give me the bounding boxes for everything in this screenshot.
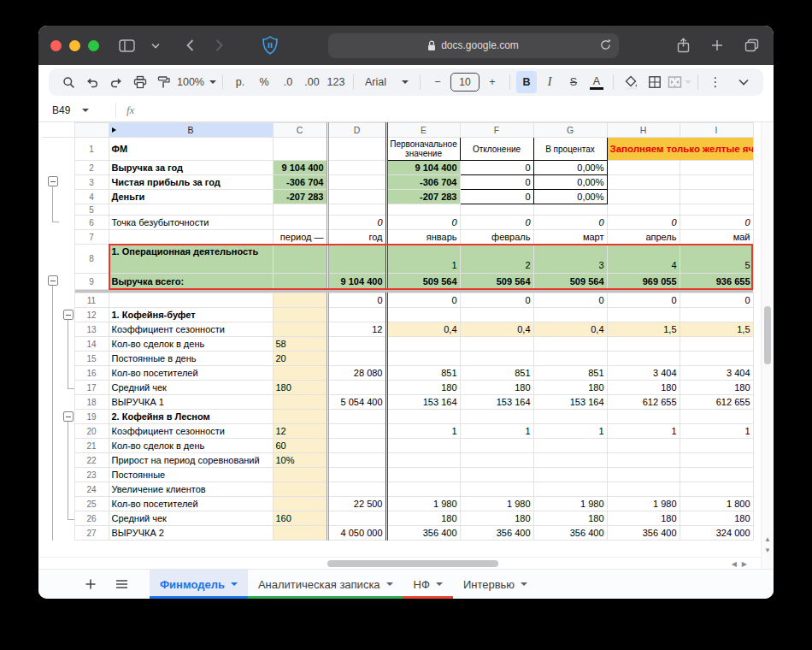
cell-D18[interactable]: 5 054 400 xyxy=(327,395,386,410)
cell-H21[interactable] xyxy=(607,439,680,453)
cell-F20[interactable]: 1 xyxy=(460,424,533,439)
cell-G20[interactable]: 1 xyxy=(533,424,607,439)
cell-B19[interactable]: 2. Кофейня в Лесном xyxy=(109,410,273,424)
cell-E1[interactable]: Первоначальное значение xyxy=(386,138,460,161)
row-header-19[interactable]: 19 xyxy=(74,410,109,424)
row-header-16[interactable]: 16 xyxy=(74,366,109,381)
cell-D16[interactable]: 28 080 xyxy=(327,366,386,381)
cell-F2[interactable]: 0 xyxy=(460,161,533,175)
cell-C13[interactable] xyxy=(273,322,327,337)
cell-G23[interactable] xyxy=(533,468,607,482)
cell-D21[interactable] xyxy=(327,439,386,453)
column-header-F[interactable]: F xyxy=(460,123,533,138)
cell-E25[interactable]: 1 980 xyxy=(386,497,460,511)
cell-B12[interactable]: 1. Кофейня-буфет xyxy=(109,308,273,322)
cell-I27[interactable]: 324 000 xyxy=(680,526,753,541)
cell-G1[interactable]: В процентах xyxy=(533,138,607,161)
row-header-18[interactable]: 18 xyxy=(74,395,109,410)
cell-B17[interactable]: Средний чек xyxy=(109,381,273,395)
cell-D26[interactable] xyxy=(327,511,386,526)
row-header-7[interactable]: 7 xyxy=(74,230,109,245)
cell-I6[interactable]: 0 xyxy=(680,216,753,230)
cell-E4[interactable]: -207 283 xyxy=(386,190,460,204)
cell-H26[interactable]: 180 xyxy=(607,511,680,526)
tab-group-menu-button[interactable] xyxy=(145,33,166,57)
cell-G3[interactable]: 0,00% xyxy=(533,175,607,190)
cell-H13[interactable]: 1,5 xyxy=(607,322,680,337)
row-header-13[interactable]: 13 xyxy=(74,322,109,337)
cell-G24[interactable] xyxy=(533,482,607,497)
vertical-scrollbar-thumb[interactable] xyxy=(764,306,771,364)
cell-E12[interactable] xyxy=(386,308,460,322)
cell-B22[interactable]: Прирост на период соревнований xyxy=(109,453,273,468)
select-all-corner[interactable] xyxy=(74,123,109,138)
cell-F13[interactable]: 0,4 xyxy=(460,322,533,337)
row-header-2[interactable]: 2 xyxy=(74,161,109,175)
zoom-select[interactable]: 100% xyxy=(177,71,216,93)
number-format-button[interactable]: 123 xyxy=(325,71,347,93)
cell-C27[interactable] xyxy=(273,526,327,541)
cell-H4[interactable] xyxy=(607,190,680,204)
cell-G14[interactable] xyxy=(533,337,607,352)
cell-F1[interactable]: Отклонение xyxy=(460,138,533,161)
scroll-right-button[interactable]: ▶ xyxy=(742,560,747,568)
cell-D17[interactable] xyxy=(327,381,386,395)
cell-E15[interactable] xyxy=(386,352,460,366)
cell-C14[interactable]: 58 xyxy=(273,337,327,352)
cell-G19[interactable] xyxy=(533,410,607,424)
cell-I16[interactable]: 3 404 xyxy=(680,366,753,381)
cell-H9[interactable]: 969 055 xyxy=(607,274,680,290)
column-header-C[interactable]: C xyxy=(273,123,327,138)
fullscreen-window-button[interactable] xyxy=(88,40,99,51)
cell-F25[interactable]: 1 980 xyxy=(460,497,533,511)
cell-E8[interactable]: 1 xyxy=(386,245,460,274)
increase-decimals-button[interactable]: .00 xyxy=(301,71,323,93)
tab-overview-button[interactable] xyxy=(741,33,762,57)
column-header-D[interactable]: D xyxy=(327,123,386,138)
cell-G15[interactable] xyxy=(533,352,607,366)
cell-E22[interactable] xyxy=(386,453,460,468)
cell-B20[interactable]: Коэффициент сезонности xyxy=(109,424,273,439)
cell-E17[interactable]: 180 xyxy=(386,381,460,395)
row-header-9[interactable]: 9 xyxy=(74,274,109,290)
cell-B6[interactable]: Точка безубыточности xyxy=(109,216,273,230)
cell-B8[interactable]: 1. Операционная деятельность xyxy=(109,245,273,274)
cell-F21[interactable] xyxy=(460,439,533,453)
cell-E21[interactable] xyxy=(386,439,460,453)
row-header-12[interactable]: 12 xyxy=(74,308,109,322)
cell-H12[interactable] xyxy=(607,308,680,322)
row-header-20[interactable]: 20 xyxy=(74,424,109,439)
percent-format-button[interactable]: % xyxy=(253,71,275,93)
cell-I8[interactable]: 5 xyxy=(680,245,753,274)
cell-D27[interactable]: 4 050 000 xyxy=(327,526,386,541)
cell-D11[interactable]: 0 xyxy=(327,293,386,308)
cell-E27[interactable]: 356 400 xyxy=(386,526,460,541)
cell-I3[interactable] xyxy=(680,175,753,190)
cell-B7[interactable] xyxy=(109,230,273,245)
row-header-14[interactable]: 14 xyxy=(74,337,109,352)
cell-D1[interactable] xyxy=(327,138,386,161)
cell-G21[interactable] xyxy=(533,439,607,453)
row-header-23[interactable]: 23 xyxy=(74,468,109,482)
cell-H5[interactable] xyxy=(607,204,680,216)
bold-button[interactable]: B xyxy=(516,71,537,93)
all-sheets-button[interactable] xyxy=(107,570,136,599)
decrease-font-size-button[interactable]: − xyxy=(427,71,449,93)
more-options-button[interactable]: ⋮ xyxy=(704,71,727,93)
cell-B3[interactable]: Чистая прибыль за год xyxy=(109,175,273,190)
cell-D4[interactable] xyxy=(327,190,386,204)
scroll-down-button[interactable]: ▼ xyxy=(762,545,774,556)
cell-G18[interactable]: 153 164 xyxy=(533,395,607,410)
cell-D22[interactable] xyxy=(327,453,386,468)
cell-C19[interactable] xyxy=(273,410,327,424)
sheet-tab-НФ[interactable]: НФ xyxy=(403,570,453,599)
cell-I22[interactable] xyxy=(680,453,753,468)
cell-D19[interactable] xyxy=(327,410,386,424)
sheet-tab-Интервью[interactable]: Интервью xyxy=(453,570,538,599)
paint-format-button[interactable] xyxy=(153,71,175,93)
cell-C7[interactable]: период — xyxy=(273,230,327,245)
cell-C3[interactable]: -306 704 xyxy=(273,175,327,190)
cell-G4[interactable]: 0,00% xyxy=(533,190,607,204)
column-header-G[interactable]: G xyxy=(533,123,607,138)
cell-H8[interactable]: 4 xyxy=(607,245,680,274)
